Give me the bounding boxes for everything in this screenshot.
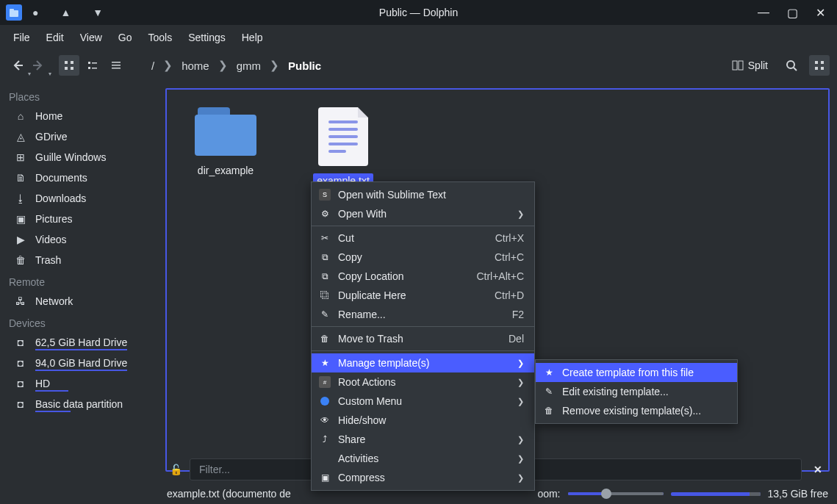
copy-icon: ⧉ [319,251,331,263]
disk-free-label: 13,5 GiB free [768,488,829,500]
ctx-root-actions[interactable]: # Root Actions ❯ [312,372,534,392]
svg-rect-14 [739,61,743,70]
chevron-right-icon: ❯ [488,397,524,406]
chevron-right-icon: ❯ [162,59,174,72]
svg-rect-18 [815,67,818,70]
window-title: Public — Dolphin [0,7,837,18]
ctx-hide-show[interactable]: 👁 Hide/show [312,411,534,430]
star-icon: ★ [319,357,331,369]
ctx-open-with[interactable]: ⚙ Open With ❯ [312,204,534,223]
control-button[interactable] [809,55,830,76]
sidebar-item-device-hd[interactable]: ◘ HD [0,373,158,394]
compress-icon: ▣ [319,472,331,483]
zoom-slider[interactable] [568,492,664,495]
zoom-label: oom: [537,488,560,500]
breadcrumb-public[interactable]: Public [284,57,326,75]
custom-menu-icon [319,395,331,407]
activities-icon [319,453,331,464]
ctx-create-template[interactable]: ★ Create template from this file [536,363,737,382]
chevron-right-icon: ❯ [488,378,524,387]
split-icon [732,60,744,71]
ctx-open-sublime[interactable]: S Open with Sublime Text [312,185,534,204]
sidebar-item-guille-windows[interactable]: ⊞Guille Windows [0,147,158,168]
breadcrumb: / ❯ home ❯ gmm ❯ Public [147,57,326,75]
context-submenu-templates: ★ Create template from this file ✎ Edit … [535,359,738,424]
sidebar-item-downloads[interactable]: ⭳Downloads [0,188,158,209]
menu-tools[interactable]: Tools [140,27,179,48]
chevron-right-icon: ❯ [488,209,524,219]
sidebar-item-gdrive[interactable]: ◬GDrive [0,126,158,147]
trash-icon: 🗑 [15,254,26,266]
file-item-folder[interactable]: dir_example [189,107,262,178]
back-button[interactable]: ▾ [7,55,28,76]
sidebar-item-device-1[interactable]: ◘ 62,5 GiB Hard Drive [0,332,158,353]
ctx-manage-templates[interactable]: ★ Manage template(s) ❯ [312,353,534,372]
ctx-trash[interactable]: 🗑 Move to Trash Del [312,329,534,348]
maximize-button[interactable]: ▢ [787,6,798,20]
menu-settings[interactable]: Settings [181,27,233,48]
sidebar: Places ⌂Home ◬GDrive ⊞Guille Windows 🗎Do… [0,81,158,479]
sidebar-item-documents[interactable]: 🗎Documents [0,168,158,188]
sidebar-item-network[interactable]: 🖧Network [0,291,158,312]
minimize-button[interactable]: — [758,6,769,19]
eye-icon: 👁 [319,414,331,426]
sidebar-item-home[interactable]: ⌂Home [0,106,158,126]
sidebar-item-device-2[interactable]: ◘ 94,0 GiB Hard Drive [0,353,158,373]
menu-help[interactable]: Help [234,27,270,48]
search-button[interactable] [781,55,802,76]
sidebar-section-devices: Devices [0,312,158,332]
drive-icon: ◬ [15,131,26,143]
view-icons-button[interactable] [59,55,79,76]
rename-icon: ✎ [319,309,331,320]
ctx-edit-template[interactable]: ✎ Edit existing template... [536,382,737,401]
separator [312,226,534,226]
split-view-button[interactable]: Split [726,57,774,74]
ctx-rename[interactable]: ✎ Rename... F2 [312,305,534,324]
zoom-controls: oom: 13,5 GiB free [537,488,828,500]
breadcrumb-home[interactable]: home [177,57,214,75]
disk-icon: ◘ [15,336,26,348]
ctx-custom-menu[interactable]: Custom Menu ❯ [312,392,534,411]
breadcrumb-root[interactable]: / [147,57,159,75]
ctx-copy[interactable]: ⧉ Copy Ctrl+C [312,248,534,267]
folder-label: dir_example [194,163,257,178]
ctx-activities[interactable]: Activities ❯ [312,449,534,468]
ctx-remove-template[interactable]: 🗑 Remove existing template(s)... [536,401,737,420]
ctx-compress[interactable]: ▣ Compress ❯ [312,468,534,487]
menu-view[interactable]: View [73,27,109,48]
filter-close-button[interactable]: ✕ [809,464,827,475]
svg-rect-5 [71,67,73,70]
grid-icon [814,60,825,71]
star-icon: ★ [543,367,555,378]
ctx-copy-location[interactable]: ⧉ Copy Location Ctrl+Alt+C [312,267,534,286]
svg-rect-13 [733,61,737,70]
ctx-cut[interactable]: ✂ Cut Ctrl+X [312,228,534,248]
lock-icon[interactable]: 🔓 [170,464,182,475]
menu-file[interactable]: File [6,27,37,48]
view-details-button[interactable] [106,55,126,76]
search-icon [786,60,797,71]
view-compact-button[interactable] [82,55,103,76]
sidebar-item-trash[interactable]: 🗑Trash [0,250,158,270]
sidebar-item-videos[interactable]: ▶Videos [0,229,158,250]
close-button[interactable]: ✕ [816,6,825,20]
file-item-txt[interactable]: example.txt [306,107,380,188]
duplicate-icon: ⿻ [319,289,331,301]
forward-button[interactable]: ▾ [28,55,49,76]
ctx-share[interactable]: ⤴ Share ❯ [312,430,534,449]
network-icon: 🖧 [15,295,26,307]
breadcrumb-gmm[interactable]: gmm [232,57,265,75]
folder-icon [195,107,256,156]
menu-edit[interactable]: Edit [39,27,71,48]
svg-rect-7 [88,67,90,69]
home-icon: ⌂ [15,110,26,122]
sidebar-item-device-basic[interactable]: ◘ Basic data partition [0,394,158,414]
svg-point-15 [787,61,794,68]
ctx-duplicate[interactable]: ⿻ Duplicate Here Ctrl+D [312,286,534,305]
sidebar-item-pictures[interactable]: ▣Pictures [0,209,158,229]
svg-rect-19 [821,61,824,64]
menu-go[interactable]: Go [111,27,140,48]
downloads-icon: ⭳ [15,192,26,204]
svg-rect-4 [71,61,73,64]
disk-usage-bar [671,492,761,496]
